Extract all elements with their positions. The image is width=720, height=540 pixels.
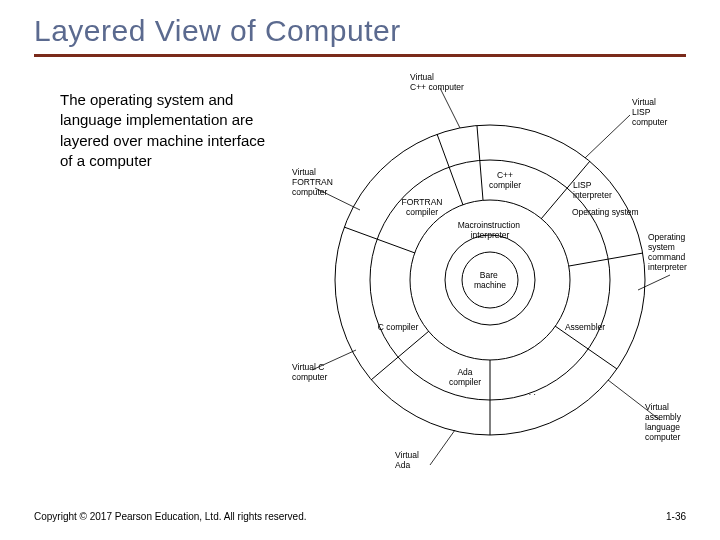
svg-line-16 [638,275,670,290]
copyright-text: Copyright © 2017 Pearson Education, Ltd.… [34,511,307,522]
out-lisp: VirtualLISPcomputer [632,97,668,127]
seg-fortran: FORTRANcompiler [402,197,443,217]
out-ada: VirtualAdacomputer [395,450,431,470]
title-rule [34,54,686,57]
seg-os: Operating system [572,207,639,217]
out-fortran: VirtualFORTRANcomputer [292,167,333,197]
svg-line-7 [569,253,643,266]
layered-diagram: Bare machine Macroinstruction interprete… [290,70,690,470]
svg-line-10 [371,331,429,380]
seg-c: C compiler [378,322,419,332]
out-os: Operatingsystemcommandinterpreter [648,232,687,272]
center-label: Bare machine [474,270,506,290]
seg-ada: Adacompiler [449,367,481,387]
svg-line-19 [430,430,455,465]
out-c: Virtual Ccomputer [292,362,328,382]
dots: . . . [524,387,536,397]
seg-asm: Assembler [565,322,605,332]
slide-footer: Copyright © 2017 Pearson Education, Ltd.… [34,511,686,522]
svg-line-13 [440,88,460,128]
slide-title: Layered View of Computer [0,0,720,54]
svg-line-14 [585,115,630,158]
seg-lisp: LISPinterpreter [573,180,612,200]
svg-line-11 [344,227,415,253]
seg-cpp: C++compiler [489,170,521,190]
svg-line-5 [477,126,483,200]
ring1-label: Macroinstruction interpreter [458,220,523,240]
page-number: 1-36 [666,511,686,522]
out-cpp: VirtualC++ computer [410,72,464,92]
slide-body-text: The operating system and language implem… [60,90,270,171]
svg-line-8 [555,326,617,369]
out-asm: Virtualassemblylanguagecomputer [645,402,682,442]
svg-line-12 [437,134,463,205]
